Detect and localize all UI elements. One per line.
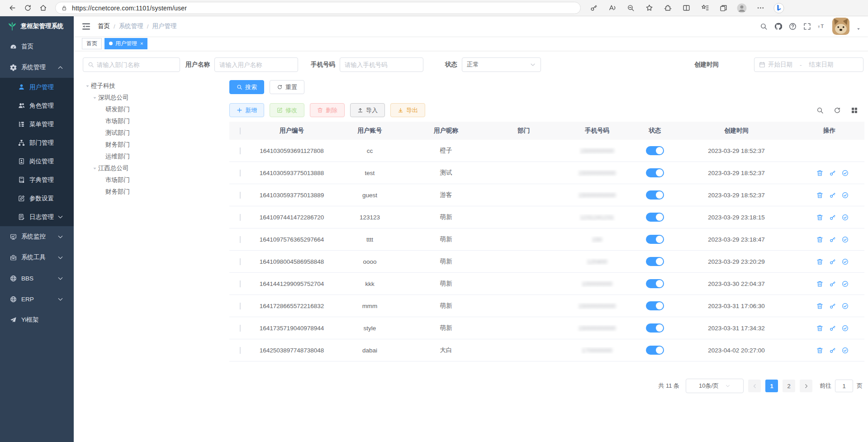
tab-用户管理[interactable]: 用户管理×	[104, 38, 147, 49]
tree-node-市场部门[interactable]: 市场部门	[83, 174, 180, 186]
row-checkbox[interactable]	[240, 258, 241, 265]
check-circle-action-icon[interactable]	[842, 258, 849, 265]
tree-node-江西总公司[interactable]: 江西总公司	[83, 162, 180, 174]
sidebar-item-monitor[interactable]: 系统监控	[0, 226, 74, 247]
tab-首页[interactable]: 首页	[82, 38, 102, 49]
tree-node-测试部门[interactable]: 测试部门	[83, 127, 180, 139]
browser-read-aloud-icon[interactable]	[605, 2, 619, 14]
reset-button[interactable]: 重置	[270, 80, 304, 94]
key-action-icon[interactable]	[829, 325, 836, 332]
key-action-icon[interactable]	[829, 258, 836, 265]
key-action-icon[interactable]	[829, 170, 836, 176]
sidebar-item-log-mgmt[interactable]: 日志管理	[0, 208, 74, 226]
tree-node-财务部门[interactable]: 财务部门	[83, 139, 180, 151]
sidebar-item-dict-mgmt[interactable]: 字典管理	[0, 171, 74, 189]
prev-page-button[interactable]	[748, 380, 761, 392]
status-select[interactable]: 正常	[462, 57, 541, 72]
github-icon[interactable]	[774, 23, 782, 30]
sidebar-item-dept-mgmt[interactable]: 部门管理	[0, 133, 74, 152]
status-toggle[interactable]	[646, 235, 664, 244]
tree-node-运维部门[interactable]: 运维部门	[83, 151, 180, 162]
sidebar-item-home[interactable]: 首页	[0, 36, 74, 57]
trash-action-icon[interactable]	[816, 170, 823, 176]
check-circle-action-icon[interactable]	[842, 325, 849, 332]
breadcrumb-item-2[interactable]: 用户管理	[152, 22, 177, 30]
status-toggle[interactable]	[646, 346, 664, 355]
row-checkbox[interactable]	[240, 147, 241, 154]
page-size-select[interactable]: 10条/页	[686, 379, 744, 393]
status-toggle[interactable]	[646, 168, 664, 177]
sidebar-item-erp[interactable]: ERP	[0, 289, 74, 309]
row-checkbox[interactable]	[240, 347, 241, 354]
key-action-icon[interactable]	[829, 192, 836, 199]
check-circle-action-icon[interactable]	[842, 170, 849, 176]
check-circle-action-icon[interactable]	[842, 303, 849, 309]
tree-node-财务部门[interactable]: 财务部门	[83, 186, 180, 198]
header-search-icon[interactable]	[760, 23, 768, 30]
table-grid-icon[interactable]	[851, 107, 858, 114]
row-checkbox[interactable]	[240, 325, 241, 332]
user-avatar[interactable]	[832, 18, 849, 35]
browser-favorites-icon[interactable]	[642, 2, 656, 14]
check-circle-action-icon[interactable]	[842, 192, 849, 199]
row-checkbox[interactable]	[240, 280, 241, 287]
search-button[interactable]: 搜索	[229, 80, 264, 94]
sidebar-item-yi-framework[interactable]: Yi框架	[0, 309, 74, 330]
browser-more-icon[interactable]	[753, 2, 768, 14]
browser-profile-icon[interactable]	[735, 2, 749, 14]
row-checkbox[interactable]	[240, 170, 241, 176]
dept-search-input[interactable]	[97, 62, 175, 68]
browser-collections-icon[interactable]	[716, 2, 730, 14]
key-action-icon[interactable]	[829, 236, 836, 243]
status-toggle[interactable]	[646, 213, 664, 222]
key-action-icon[interactable]	[829, 280, 836, 287]
avatar-caret-icon[interactable]	[856, 27, 861, 31]
delete-button[interactable]: 删除	[310, 103, 345, 117]
browser-url-bar[interactable]: https://ccnetcore.com:1101/system/user	[55, 2, 581, 14]
browser-split-screen-icon[interactable]	[679, 2, 693, 14]
phone-input[interactable]	[345, 62, 418, 68]
status-toggle[interactable]	[646, 257, 664, 266]
breadcrumb-item-1[interactable]: 系统管理	[119, 22, 143, 30]
add-button[interactable]: 新增	[229, 103, 264, 117]
trash-action-icon[interactable]	[816, 214, 823, 221]
table-search-icon[interactable]	[816, 107, 824, 114]
next-page-button[interactable]	[800, 380, 812, 392]
sidebar-item-param-settings[interactable]: 参数设置	[0, 189, 74, 208]
username-input[interactable]	[219, 62, 293, 68]
browser-refresh-icon[interactable]	[20, 2, 35, 14]
table-refresh-icon[interactable]	[834, 107, 841, 114]
trash-action-icon[interactable]	[816, 347, 823, 354]
sidebar-item-menu-mgmt[interactable]: 菜单管理	[0, 115, 74, 133]
trash-action-icon[interactable]	[816, 192, 823, 199]
select-all-checkbox[interactable]	[240, 128, 241, 134]
tree-node-研发部门[interactable]: 研发部门	[83, 104, 180, 115]
page-button-2[interactable]: 2	[783, 380, 795, 392]
import-button[interactable]: 导入	[350, 103, 385, 117]
sidebar-item-system[interactable]: 系统管理	[0, 57, 74, 78]
browser-extensions-icon[interactable]	[660, 2, 675, 14]
row-checkbox[interactable]	[240, 236, 241, 243]
status-toggle[interactable]	[646, 301, 664, 310]
status-toggle[interactable]	[646, 323, 664, 333]
row-checkbox[interactable]	[240, 303, 241, 309]
browser-home-icon[interactable]	[35, 2, 51, 14]
browser-bing-icon[interactable]	[772, 2, 786, 14]
breadcrumb-item-0[interactable]: 首页	[98, 22, 110, 30]
trash-action-icon[interactable]	[816, 258, 823, 265]
date-range-picker[interactable]: 开始日期 - 结束日期	[754, 57, 863, 72]
status-toggle[interactable]	[646, 146, 664, 155]
page-button-1[interactable]: 1	[765, 380, 778, 392]
check-circle-action-icon[interactable]	[842, 280, 849, 287]
check-circle-action-icon[interactable]	[842, 236, 849, 243]
key-action-icon[interactable]	[829, 214, 836, 221]
export-button[interactable]: 导出	[390, 103, 425, 117]
trash-action-icon[interactable]	[816, 325, 823, 332]
sidebar-item-role-mgmt[interactable]: 角色管理	[0, 96, 74, 115]
check-circle-action-icon[interactable]	[842, 347, 849, 354]
fullscreen-icon[interactable]	[803, 23, 811, 30]
tree-node-深圳总公司[interactable]: 深圳总公司	[83, 92, 180, 104]
sidebar-item-bbs[interactable]: BBS	[0, 268, 74, 289]
trash-action-icon[interactable]	[816, 236, 823, 243]
status-toggle[interactable]	[646, 279, 664, 288]
